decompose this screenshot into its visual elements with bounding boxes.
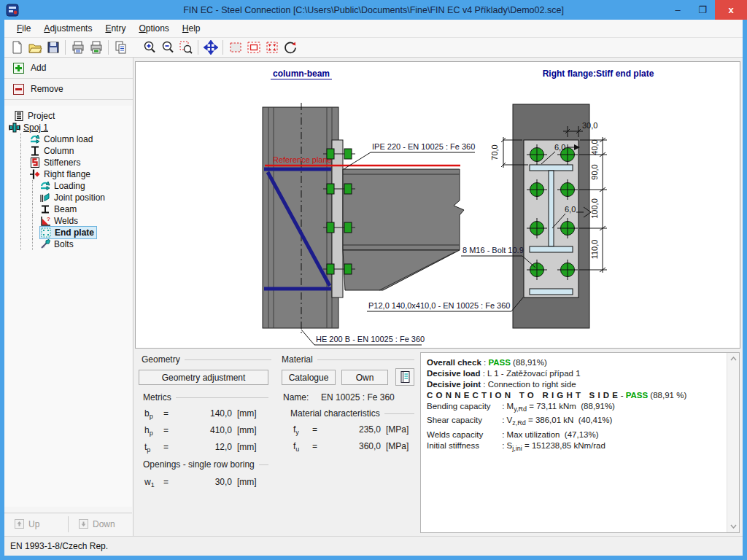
maximize-button[interactable]: ❐ <box>690 0 715 20</box>
print-preview-icon <box>89 40 104 55</box>
joint-position-icon <box>39 192 51 203</box>
material-name-value: EN 10025 : Fe 360 <box>321 392 395 402</box>
add-label: Add <box>31 63 46 73</box>
column-label: HE 200 B - EN 10025 : Fe 360 <box>316 335 425 343</box>
openings-group-label: Openings - single row boring <box>143 459 268 470</box>
open-button[interactable] <box>26 39 44 56</box>
up-arrow-icon <box>15 519 24 529</box>
menu-options[interactable]: Options <box>132 20 175 36</box>
redraw-icon <box>283 40 298 55</box>
remove-icon <box>13 84 24 95</box>
tree-item-column[interactable]: Column <box>4 145 132 157</box>
zoom-selection-button[interactable] <box>244 39 263 56</box>
drawing-canvas[interactable]: column-beam Right flange:Stiff end plate… <box>135 61 740 349</box>
tree-item-right-flange[interactable]: Right flange <box>4 168 132 180</box>
results-scrollbar[interactable] <box>727 353 739 532</box>
opening-w1-row: w1 = 30,0 [mm] <box>144 477 257 489</box>
window-border-bottom <box>0 556 747 560</box>
tree-item-beam[interactable]: Beam <box>4 203 132 215</box>
down-button[interactable]: Down <box>69 513 132 534</box>
zoom-in-icon <box>142 40 157 55</box>
print-preview-button[interactable] <box>87 39 105 56</box>
check-results: Overall check : PASS (88,91%) Decisive l… <box>427 357 724 529</box>
characteristics-group-label: Material characteristics <box>290 408 414 419</box>
zoom-rect-button[interactable] <box>226 39 244 56</box>
tree-item-welds[interactable]: ? Welds <box>4 215 132 227</box>
add-button[interactable]: Add <box>4 58 133 79</box>
material-group-label: Material <box>282 354 414 365</box>
new-file-icon <box>9 40 24 55</box>
right-flange-icon <box>29 168 41 180</box>
print-button[interactable] <box>69 39 87 56</box>
minimize-button[interactable]: – <box>665 0 690 20</box>
reference-plane-label: Reference plane <box>273 155 332 164</box>
weld-label-1: 6,0 <box>554 143 565 152</box>
zoom-window-icon <box>179 40 193 55</box>
new-button[interactable] <box>7 39 26 56</box>
scroll-up-icon[interactable] <box>727 353 740 365</box>
tree-item-loading[interactable]: Loading <box>4 180 132 192</box>
menu-file[interactable]: File <box>10 20 37 36</box>
beam-side <box>343 169 464 250</box>
scroll-down-icon[interactable] <box>727 521 740 532</box>
material-name-label: Name: <box>283 392 309 402</box>
zoom-fit-button[interactable] <box>263 39 281 56</box>
catalogue-book-icon <box>399 370 411 384</box>
tree-item-column-load[interactable]: Column load <box>4 133 132 145</box>
pan-button[interactable] <box>201 39 220 56</box>
connection-heading-line: C O N N E C T I O N T O R I G H T S I D … <box>427 390 724 401</box>
material-fy-row: fy = 235,0 [MPa] <box>293 424 409 436</box>
dim-right-3: 100,0 <box>590 198 599 219</box>
application-window: { "window": { "title": "FIN EC - Steel C… <box>0 0 747 560</box>
decisive-load-line: Decisive load : L 1 - Zatěžovací případ … <box>427 368 724 379</box>
menu-entry[interactable]: Entry <box>98 20 132 36</box>
zoom-out-button[interactable] <box>158 39 177 56</box>
stiffeners-icon <box>29 157 41 168</box>
sidebar: Add Remove Project Spoj 1 Column load Co… <box>4 58 133 536</box>
tree-item-stiffeners[interactable]: Stiffeners <box>4 157 132 168</box>
welds-capacity-line: Welds capacity : Max utilization (47,13%… <box>427 429 724 440</box>
window-title: FIN EC - Steel Connection [C:\Users\Publ… <box>0 5 747 15</box>
statusbar: EN 1993-1-8/Czech Rep. <box>4 536 743 556</box>
menu-adjustments[interactable]: Adjustments <box>37 20 98 36</box>
initial-stiffness-line: Initial stiffness : Sj,ini = 151238,85 k… <box>427 440 724 454</box>
tree-item-joint-position[interactable]: Joint position <box>4 192 132 203</box>
material-info-button[interactable] <box>395 368 414 386</box>
save-button[interactable] <box>44 39 62 56</box>
redraw-button[interactable] <box>281 39 299 56</box>
bending-capacity-line: Bending capacity : My,Rd = 73,11 kNm (88… <box>427 401 724 415</box>
dim-left: 70,0 <box>490 144 499 160</box>
results-panel[interactable]: Overall check : PASS (88,91%) Decisive l… <box>420 352 740 533</box>
zoom-rect-icon <box>228 40 243 55</box>
toolbar <box>4 38 743 58</box>
copy-button[interactable] <box>112 39 130 56</box>
close-button[interactable]: x <box>715 0 747 20</box>
copy-icon <box>114 40 128 55</box>
project-icon <box>13 110 25 122</box>
menu-help[interactable]: Help <box>176 20 207 36</box>
zoom-in-button[interactable] <box>140 39 158 56</box>
loading-icon <box>39 180 51 192</box>
metric-tp-row: tp = 12,0 [mm] <box>144 442 257 454</box>
tree-item-bolts[interactable]: Bolts <box>4 238 132 250</box>
remove-label: Remove <box>31 84 63 94</box>
save-icon <box>46 40 61 55</box>
bolts-icon <box>39 238 51 250</box>
tree-item-end-plate[interactable]: End plate <box>4 227 132 238</box>
titlebar: FIN EC - Steel Connection [C:\Users\Publ… <box>0 0 747 20</box>
up-button[interactable]: Up <box>4 513 68 534</box>
tree-item-project[interactable]: Project <box>4 110 132 122</box>
remove-button[interactable]: Remove <box>4 79 133 100</box>
tree-item-spoj-1[interactable]: Spoj 1 <box>4 122 132 133</box>
dim-top: 30,0 <box>582 121 597 130</box>
open-folder-icon <box>28 40 42 55</box>
zoom-window-button[interactable] <box>177 39 195 56</box>
project-tree: Project Spoj 1 Column load Column Stiffe… <box>4 106 132 507</box>
own-button[interactable]: Own <box>341 370 388 385</box>
geometry-adjustment-button[interactable]: Geometry adjustment <box>139 370 268 385</box>
left-view-title[interactable]: column-beam <box>273 69 330 79</box>
catalogue-button[interactable]: Catalogue <box>282 370 336 385</box>
pan-icon <box>204 40 218 55</box>
metrics-group-label: Metrics <box>143 392 268 402</box>
geometry-group-label: Geometry <box>142 354 271 365</box>
